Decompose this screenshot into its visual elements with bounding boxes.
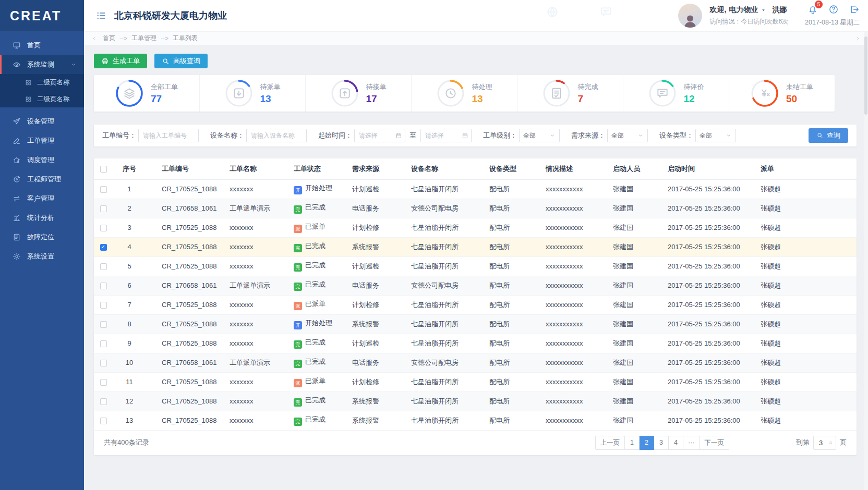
advanced-search-button[interactable]: 高级查询 <box>154 54 208 68</box>
stat-card-unsettled[interactable]: 未结工单 50 <box>729 75 835 112</box>
sidebar-item-stats-analysis[interactable]: 统计分析 <box>0 208 84 227</box>
sidebar-item-workorder-mgmt[interactable]: 工单管理 <box>0 131 84 150</box>
row-checkbox[interactable] <box>100 263 107 270</box>
stat-value: 7 <box>578 93 598 105</box>
table-body: 1 CR_170525_1088 xxxxxxx 开开始处理 计划巡检 七星油脂… <box>94 179 857 430</box>
page-button-3[interactable]: 3 <box>654 436 669 450</box>
table-row[interactable]: 6 CR_170658_1061 工单派单演示 完已完成 电话服务 安德公司配电… <box>94 276 857 295</box>
table-row[interactable]: 8 CR_170525_1088 xxxxxxx 开开始处理 系统报警 七星油脂… <box>94 314 857 334</box>
device-name-input[interactable] <box>246 129 307 142</box>
breadcrumb-item[interactable]: 首页 <box>103 34 115 43</box>
column-header: 设备类型 <box>485 158 542 179</box>
home-gear-icon <box>13 156 21 164</box>
column-header: 工单名称 <box>224 158 287 179</box>
row-checkbox[interactable] <box>100 283 107 289</box>
stat-card-to-finish[interactable]: 待完成 7 <box>517 75 623 112</box>
sidebar-item-system-monitor[interactable]: 系统监测 <box>0 55 84 74</box>
sidebar-item-subpage-1[interactable]: 二级页名称 <box>0 74 84 91</box>
sidebar-item-device-mgmt[interactable]: 设备管理 <box>0 112 84 131</box>
table-row[interactable]: 13 CR_170525_1088 xxxxxxx 完已完成 系统报警 七星油脂… <box>94 411 857 430</box>
status-label: 已完成 <box>305 280 326 288</box>
sidebar-item-system-settings[interactable]: 系统设置 <box>0 247 84 266</box>
stat-card-all-orders[interactable]: 全部工单 77 <box>94 75 200 112</box>
sidebar-item-dispatch-mgmt[interactable]: 调度管理 <box>0 150 84 169</box>
source-select[interactable]: 全部 <box>607 129 648 142</box>
sidebar-item-engineer-mgmt[interactable]: 工程师管理 <box>0 169 84 189</box>
row-checkbox[interactable] <box>100 360 107 366</box>
notifications-button[interactable]: 5 <box>807 4 818 15</box>
page-button-2[interactable]: 2 <box>640 436 654 450</box>
row-checkbox[interactable] <box>100 418 107 424</box>
layers-icon <box>115 79 143 107</box>
scrollbar-thumb[interactable] <box>864 36 867 115</box>
status-badge: 完 <box>294 263 302 272</box>
table-row[interactable]: 12 CR_170525_1088 xxxxxxx 完已完成 系统报警 七星油脂… <box>94 391 857 411</box>
sidebar-item-label: 二级页名称 <box>37 95 70 104</box>
column-header: 设备名称 <box>407 158 485 179</box>
sidebar-item-home[interactable]: 首页 <box>0 35 84 55</box>
end-date-input[interactable] <box>420 129 472 142</box>
page-button-4[interactable]: 4 <box>669 436 683 450</box>
sidebar-item-customer-mgmt[interactable]: 客户管理 <box>0 189 84 208</box>
goto-page-input[interactable]: 3 <box>813 436 836 450</box>
spinner-icon[interactable] <box>828 440 834 446</box>
breadcrumb-item[interactable]: 工单管理 <box>131 34 156 43</box>
page-button-1[interactable]: 1 <box>625 436 640 450</box>
generate-order-button[interactable]: 生成工单 <box>94 54 147 68</box>
row-checkbox[interactable] <box>100 302 107 309</box>
menu-toggle-icon[interactable] <box>95 10 107 21</box>
table-row[interactable]: 2 CR_170658_1061 工单派单演示 完已完成 电话服务 安德公司配电… <box>94 199 857 218</box>
caret-down-icon[interactable] <box>761 7 766 13</box>
scrollbar-track[interactable] <box>864 32 868 490</box>
table-footer: 共有400条记录 上一页1234···下一页 到第 3 页 <box>94 431 857 455</box>
search-button[interactable]: 查询 <box>809 128 848 143</box>
row-checkbox[interactable] <box>100 244 107 251</box>
stat-card-to-process[interactable]: 待处理 13 <box>412 75 517 112</box>
breadcrumb-item[interactable]: 工单列表 <box>173 34 198 43</box>
record-count: 共有400条记录 <box>104 438 149 447</box>
select-all-checkbox[interactable] <box>100 166 107 173</box>
row-checkbox[interactable] <box>100 186 107 193</box>
stat-card-to-review[interactable]: 待评价 12 <box>623 75 729 112</box>
order-no-input[interactable] <box>138 129 199 142</box>
row-checkbox[interactable] <box>100 321 107 328</box>
engineer-icon <box>13 175 21 183</box>
row-checkbox[interactable] <box>100 340 107 347</box>
table-row[interactable]: 1 CR_170525_1088 xxxxxxx 开开始处理 计划巡检 七星油脂… <box>94 179 857 199</box>
breadcrumb-forward-icon[interactable] <box>854 35 861 42</box>
gear-icon <box>13 252 21 261</box>
logout-icon[interactable] <box>849 4 860 15</box>
org-name[interactable]: 电力物业 <box>729 5 758 15</box>
table-row[interactable]: 9 CR_170525_1088 xxxxxxx 完已完成 计划巡检 七星油脂开… <box>94 334 857 353</box>
goto-page: 到第 3 页 <box>796 436 847 450</box>
row-checkbox[interactable] <box>100 205 107 212</box>
row-checkbox[interactable] <box>100 398 107 405</box>
help-icon[interactable] <box>828 4 839 15</box>
table-row[interactable]: 4 CR_170525_1088 xxxxxxx 完已完成 系统报警 七星油脂开… <box>94 237 857 256</box>
page-prev-button[interactable]: 上一页 <box>595 436 625 450</box>
breadcrumb-back-icon[interactable] <box>91 35 98 42</box>
row-checkbox[interactable] <box>100 379 107 386</box>
table-row[interactable]: 11 CR_170525_1088 xxxxxxx 派已派单 计划检修 七星油脂… <box>94 372 857 391</box>
sidebar-item-subpage-2[interactable]: 二级页名称 <box>0 91 84 107</box>
table-header-row: 序号工单编号工单名称工单状态需求来源设备名称设备类型情况描述启动人员启动时间派单 <box>94 158 857 179</box>
row-checkbox[interactable] <box>100 225 107 231</box>
status-label: 已完成 <box>305 338 326 346</box>
table-row[interactable]: 5 CR_170525_1088 xxxxxxx 完已完成 计划巡检 七星油脂开… <box>94 256 857 276</box>
level-select[interactable]: 全部 <box>519 129 560 142</box>
table-row[interactable]: 7 CR_170525_1088 xxxxxxx 派已派单 计划检修 七星油脂开… <box>94 295 857 314</box>
stat-card-to-dispatch[interactable]: 待派单 13 <box>200 75 306 112</box>
page-next-button[interactable]: 下一页 <box>700 436 730 450</box>
device-type-select[interactable]: 全部 <box>695 129 736 142</box>
avatar[interactable] <box>678 4 702 28</box>
stat-label: 待派单 <box>260 82 281 92</box>
start-date-input[interactable] <box>354 129 405 142</box>
sidebar-item-label: 二级页名称 <box>37 78 70 87</box>
table-row[interactable]: 10 CR_170658_1061 工单派单演示 完已完成 电话服务 安德公司配… <box>94 353 857 372</box>
device-name-label: 设备名称： <box>210 131 244 140</box>
stat-value: 13 <box>472 93 492 105</box>
printer-icon <box>101 57 109 65</box>
sidebar-item-fault-location[interactable]: 故障定位 <box>0 227 84 247</box>
table-row[interactable]: 3 CR_170525_1088 xxxxxxx 派已派单 计划检修 七星油脂开… <box>94 218 857 237</box>
stat-card-to-accept[interactable]: 待接单 17 <box>306 75 412 112</box>
